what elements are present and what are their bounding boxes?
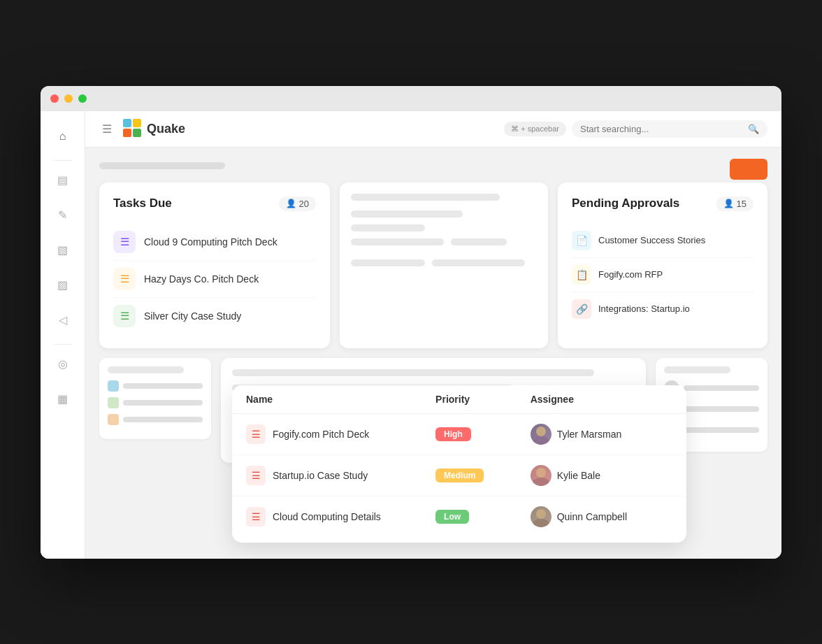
tasks-due-count: 20 xyxy=(299,199,309,209)
sidebar-item-send[interactable]: ◁ xyxy=(49,306,77,334)
sidebar: ⌂ ▤ ✎ ▧ ▨ ◁ ◎ ▦ xyxy=(41,111,85,559)
breadcrumb xyxy=(99,159,767,173)
ph-line xyxy=(351,194,500,201)
pending-approvals-title: Pending Approvals xyxy=(572,196,679,210)
logo: Quake xyxy=(123,119,185,138)
priority-badge-low: Low xyxy=(435,510,469,524)
app-layout: ⌂ ▤ ✎ ▧ ▨ ◁ ◎ ▦ ☰ xyxy=(41,111,781,559)
sp-row xyxy=(108,397,203,408)
sp-row xyxy=(108,414,203,425)
floating-table-card: Name Priority Assignee ☰ Fogify.com Pitc… xyxy=(232,385,686,543)
task-label-2: Hazy Days Co. Pitch Deck xyxy=(144,273,259,285)
sp-line xyxy=(123,417,203,422)
table-row-3[interactable]: ☰ Cloud Computing Details Low xyxy=(232,496,686,537)
row-priority-1: High xyxy=(435,427,531,441)
priority-badge-high: High xyxy=(435,427,471,441)
col-priority-header: Priority xyxy=(435,394,531,405)
pending-approvals-header: Pending Approvals 👤 15 xyxy=(572,196,754,211)
sp-dot xyxy=(108,380,119,392)
row-icon-2: ☰ xyxy=(246,466,266,485)
task-item-2[interactable]: ☰ Hazy Days Co. Pitch Deck xyxy=(113,261,316,298)
task-item-1[interactable]: ☰ Cloud 9 Computing Pitch Deck xyxy=(113,224,316,261)
topnav: ☰ Quake ⌘ + spacebar xyxy=(85,111,781,148)
ph-line xyxy=(432,259,525,266)
sp-dot xyxy=(108,414,119,425)
approval-item-1[interactable]: 📄 Customer Success Stories xyxy=(572,224,754,258)
sidebar-item-search[interactable]: ◎ xyxy=(49,350,77,378)
approval-item-2[interactable]: 📋 Fogify.com RFP xyxy=(572,258,754,292)
svg-rect-3 xyxy=(133,119,141,127)
titlebar xyxy=(41,86,781,111)
action-button[interactable] xyxy=(730,159,767,180)
task-item-3[interactable]: ☰ Silver City Case Study xyxy=(113,298,316,334)
search-input-wrap: 🔍 xyxy=(572,120,767,138)
close-button[interactable] xyxy=(50,94,59,103)
maximize-button[interactable] xyxy=(78,94,87,103)
row-assignee-2: Kylie Bale xyxy=(531,465,672,486)
row-icon-1: ☰ xyxy=(246,424,266,444)
approval-icon-2: 📋 xyxy=(572,265,591,285)
cards-row: Tasks Due 👤 20 ☰ Cloud 9 Computing Pitch… xyxy=(99,183,767,348)
user-icon: 👤 xyxy=(286,199,296,208)
col-name-header: Name xyxy=(246,394,435,405)
svg-point-8 xyxy=(536,509,546,519)
avatar-svg-3 xyxy=(531,506,551,527)
sp-line xyxy=(684,427,759,433)
avatar-svg-2 xyxy=(531,465,551,486)
approval-icon-3: 🔗 xyxy=(572,299,591,319)
ph-line xyxy=(451,238,507,245)
svg-rect-0 xyxy=(123,129,131,137)
tasks-due-header: Tasks Due 👤 20 xyxy=(113,196,316,211)
avatar-svg-1 xyxy=(531,424,551,445)
tasks-due-card: Tasks Due 👤 20 ☰ Cloud 9 Computing Pitch… xyxy=(99,183,330,348)
row-assignee-3: Quinn Campbell xyxy=(531,506,672,527)
search-icon: 🔍 xyxy=(748,124,759,134)
logo-text: Quake xyxy=(147,122,185,136)
ph-line xyxy=(232,369,594,376)
sp-line xyxy=(123,383,203,389)
sp-line xyxy=(684,385,759,391)
row-priority-3: Low xyxy=(435,510,531,524)
table-row-1[interactable]: ☰ Fogify.com Pitch Deck High xyxy=(232,414,686,455)
svg-point-6 xyxy=(536,468,546,478)
row-assignee-1: Tyler Marsman xyxy=(531,424,672,445)
sidebar-item-home[interactable]: ⌂ xyxy=(49,122,77,150)
content-area: Tasks Due 👤 20 ☰ Cloud 9 Computing Pitch… xyxy=(85,148,781,559)
sp-line xyxy=(123,400,203,406)
ph-line xyxy=(351,210,463,217)
row-name-2: ☰ Startup.io Case Study xyxy=(246,466,435,485)
table-header: Name Priority Assignee xyxy=(232,385,686,414)
svg-point-4 xyxy=(536,427,546,436)
sidebar-divider xyxy=(53,160,73,161)
tasks-due-title: Tasks Due xyxy=(113,196,172,210)
minimize-button[interactable] xyxy=(64,94,73,103)
pending-approvals-badge: 👤 15 xyxy=(716,196,754,211)
ph-line xyxy=(108,366,184,373)
sidebar-divider-2 xyxy=(53,344,73,345)
search-shortcut-pill[interactable]: ⌘ + spacebar xyxy=(504,122,566,136)
menu-icon[interactable]: ☰ xyxy=(99,120,115,138)
pending-approvals-card: Pending Approvals 👤 15 📄 Customer Succes… xyxy=(558,183,767,348)
search-area: ⌘ + spacebar 🔍 xyxy=(504,120,767,138)
avatar-1 xyxy=(531,424,551,445)
svg-point-9 xyxy=(533,519,549,527)
task-icon-3: ☰ xyxy=(113,305,136,327)
sidebar-item-chart[interactable]: ▨ xyxy=(49,271,77,299)
ph-line xyxy=(351,259,425,266)
table-row-2[interactable]: ☰ Startup.io Case Study Medium xyxy=(232,455,686,496)
sidebar-item-reports[interactable]: ▤ xyxy=(49,166,77,194)
avatar-3 xyxy=(531,506,551,527)
ph-line xyxy=(351,238,444,245)
task-label-1: Cloud 9 Computing Pitch Deck xyxy=(144,236,277,248)
priority-badge-medium: Medium xyxy=(435,468,484,482)
tasks-due-badge: 👤 20 xyxy=(279,196,316,211)
sidebar-item-grid[interactable]: ▦ xyxy=(49,385,77,413)
search-input[interactable] xyxy=(580,124,744,134)
approval-item-3[interactable]: 🔗 Integrations: Startup.io xyxy=(572,292,754,326)
sidebar-item-layers[interactable]: ▧ xyxy=(49,236,77,264)
main-content: ☰ Quake ⌘ + spacebar xyxy=(85,111,781,559)
row-name-3: ☰ Cloud Computing Details xyxy=(246,507,435,527)
sp-card-1 xyxy=(99,358,211,439)
sidebar-item-edit[interactable]: ✎ xyxy=(49,201,77,229)
sp-row xyxy=(108,380,203,392)
